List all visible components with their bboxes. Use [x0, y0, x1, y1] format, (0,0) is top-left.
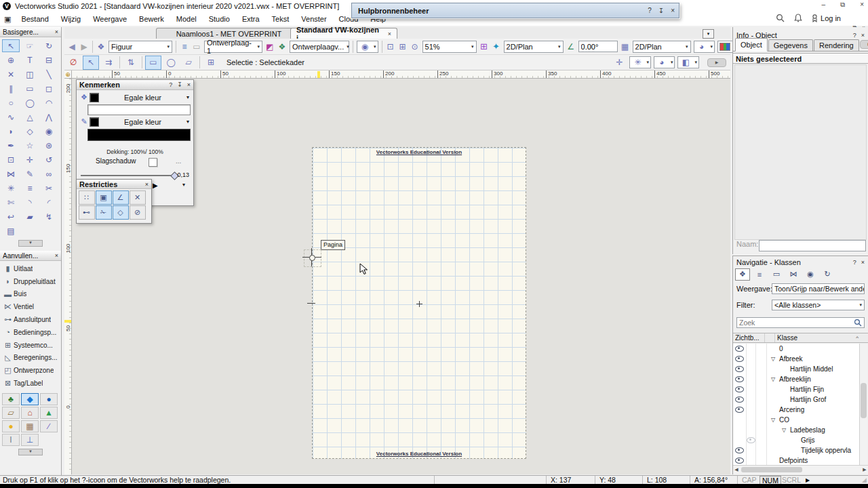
restore-icon[interactable]: ⧉: [840, 1, 845, 9]
help-icon[interactable]: ?: [169, 81, 172, 88]
flyover-icon[interactable]: ✦: [490, 41, 502, 52]
class-row[interactable]: ▽ Hartlijn Grof: [733, 394, 861, 405]
close-icon[interactable]: ×: [861, 32, 865, 39]
tool-cell[interactable]: ⋈: [2, 167, 20, 180]
help-icon[interactable]: ?: [648, 7, 652, 14]
tab-standaard-vw-kozijnen[interactable]: Standaard VW-kozijnen i... ×: [290, 28, 397, 39]
fit-page-icon[interactable]: ⊡: [384, 42, 397, 52]
visibility-eye-icon[interactable]: [735, 386, 744, 392]
pen-color-preview[interactable]: [87, 129, 191, 141]
class-row[interactable]: ▽ Arcering: [733, 405, 861, 415]
design-layer-select[interactable]: Ontwerplaag-1▾: [204, 41, 262, 53]
constraints-palette-header[interactable]: Restricties ×: [77, 180, 151, 189]
tool-cell[interactable]: ◫: [21, 68, 39, 81]
play-icon[interactable]: ▶: [153, 182, 158, 189]
close-tab-icon[interactable]: ×: [388, 30, 391, 37]
class-row[interactable]: ▽ Hartlijn Fijn: [733, 384, 861, 394]
list-item[interactable]: ⋉ Ventiel: [0, 300, 61, 313]
visibility-eye-icon[interactable]: [735, 407, 744, 413]
list-item[interactable]: ⊶ Aansluitpunt: [0, 313, 61, 326]
pen-style-row[interactable]: ✎ Egale kleur ▾: [77, 117, 193, 127]
nav-panel-header[interactable]: Navigatie - Klassen ? ×: [733, 257, 868, 267]
tool-cell[interactable]: ↺: [40, 153, 58, 166]
scroll-left-icon[interactable]: ◀: [733, 467, 740, 472]
line-thickness-slider[interactable]: 0,13: [81, 172, 189, 179]
tool-cell[interactable]: ☆: [21, 139, 39, 152]
tool-cell[interactable]: ↯: [40, 210, 58, 223]
chevron-down-icon[interactable]: ▾: [186, 94, 189, 100]
layers-icon[interactable]: ≡: [178, 42, 191, 52]
render-style-combo[interactable]: ◕ ▾: [654, 56, 675, 68]
nav-mode-icon[interactable]: ◉: [803, 268, 818, 281]
nav-mode-icon[interactable]: ❖: [735, 268, 750, 281]
menu-item[interactable]: Tekst: [266, 14, 296, 24]
column-visibility[interactable]: Zichtb...: [733, 333, 765, 342]
list-item[interactable]: ⊠ Tag/Label: [0, 377, 61, 390]
close-icon[interactable]: ×: [861, 259, 865, 266]
fill-style-row[interactable]: ❖ Egale kleur ▾: [77, 92, 193, 102]
tool-cell[interactable]: ╲: [40, 68, 58, 81]
visibility-eye-icon[interactable]: [735, 366, 744, 372]
visibility-eye-icon[interactable]: [735, 376, 744, 382]
scroll-right-icon[interactable]: ▶: [861, 467, 868, 472]
menu-item[interactable]: Venster: [295, 14, 332, 24]
tool-cell[interactable]: ◉: [40, 125, 58, 138]
info-tab[interactable]: Rendering: [814, 39, 859, 51]
class-row[interactable]: ▽ CO: [733, 415, 861, 425]
tool-cell[interactable]: ◯: [21, 96, 39, 109]
vertical-scrollbar[interactable]: [859, 344, 867, 466]
forward-icon[interactable]: ▶: [78, 42, 90, 52]
clip-cube-combo[interactable]: ◧ ▾: [677, 56, 699, 68]
scrollbar-thumb[interactable]: [741, 467, 802, 472]
tool-cell[interactable]: △: [21, 110, 39, 123]
nav-mode-icon[interactable]: ▭: [769, 268, 784, 281]
tool-cell[interactable]: ≡: [21, 182, 39, 195]
zoom-icon[interactable]: ⊙: [409, 42, 421, 52]
class-row[interactable]: ▽ Hartlijn Middel: [733, 364, 861, 374]
constraint-toggle[interactable]: ▣: [96, 190, 112, 205]
tool-cell[interactable]: ○: [2, 96, 20, 109]
additional-palette-header[interactable]: Aanvullen... ×: [0, 251, 61, 261]
help-icon[interactable]: ?: [853, 32, 856, 39]
close-icon[interactable]: ×: [145, 181, 149, 188]
list-item[interactable]: ◰ Ontwerpzone: [0, 364, 61, 377]
expand-triangle-icon[interactable]: ▽: [771, 356, 779, 362]
pick-tool-icon[interactable]: ✛: [611, 56, 627, 70]
class-options-icon[interactable]: ❖: [276, 42, 288, 52]
class-row[interactable]: ▽ Ladebeslag: [733, 425, 861, 435]
tool-cell[interactable]: ⋀: [40, 110, 58, 123]
figure-select[interactable]: Figuur▾: [108, 41, 172, 53]
fill-color-preview[interactable]: [87, 104, 191, 115]
tool-cell[interactable]: T: [21, 54, 39, 66]
saved-views-icon[interactable]: ❖: [95, 42, 107, 52]
class-row[interactable]: ▽ Defpoints: [733, 455, 861, 466]
constraint-toggle[interactable]: ∷: [79, 190, 95, 205]
list-item[interactable]: ◗ Druppeluitlaat: [0, 275, 61, 288]
tool-cell[interactable]: ⊡: [2, 153, 20, 166]
tool-cell[interactable]: ✕: [2, 68, 20, 81]
polygon-lasso-mode-icon[interactable]: ▱: [180, 56, 197, 70]
tool-cell[interactable]: ↩: [2, 210, 20, 223]
tool-cell[interactable]: ▰: [21, 210, 39, 223]
single-select-mode-icon[interactable]: ↖: [83, 56, 99, 70]
greyed-eye-icon[interactable]: [747, 437, 755, 443]
tool-cell[interactable]: ▤: [2, 224, 20, 237]
visibility-eye-icon[interactable]: [735, 458, 744, 464]
tab-list-dropdown[interactable]: ▾: [703, 29, 714, 39]
marquee-mode-icon[interactable]: ▭: [145, 56, 161, 70]
name-input[interactable]: [759, 240, 866, 251]
nav-mode-icon[interactable]: ↻: [820, 268, 835, 281]
tool-cell[interactable]: ∞: [40, 167, 58, 180]
constraint-toggle[interactable]: ◇: [113, 205, 129, 220]
tool-cell[interactable]: ↖: [2, 39, 20, 52]
basic-tools-palette-header[interactable]: Basisgere... ×: [0, 27, 61, 37]
more-toolsets-button[interactable]: ▼: [18, 449, 43, 455]
list-item[interactable]: ⊞ Systeemco...: [0, 339, 61, 352]
menu-item[interactable]: Studio: [203, 14, 236, 24]
class-row[interactable]: ▽ Tijdelijk oppervla: [733, 445, 861, 455]
tool-set-cell[interactable]: ●: [40, 393, 58, 405]
workbench-icon[interactable]: ⊞: [203, 56, 219, 70]
menu-item[interactable]: Bewerk: [133, 14, 170, 24]
tool-set-cell[interactable]: ∕: [40, 420, 58, 432]
tool-cell[interactable]: ◝: [21, 196, 39, 209]
